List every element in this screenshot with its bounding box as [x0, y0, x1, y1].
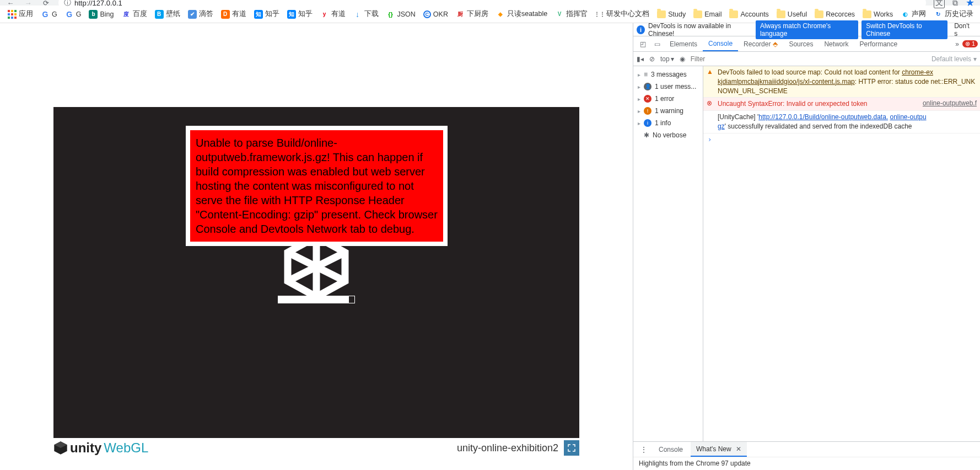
- preview-icon: ⬘: [773, 40, 778, 48]
- devtools-drawer-tabs: ⋮ Console What's New✕: [633, 441, 980, 457]
- docs-icon: ⋮⋮: [595, 10, 604, 19]
- dida-icon: ✔: [188, 10, 197, 19]
- banner-text: DevTools is now available in Chinese!: [648, 22, 752, 38]
- filter-input[interactable]: [691, 55, 926, 63]
- sidebar-user-messages[interactable]: ▸👤1 user mess...: [633, 81, 703, 93]
- bookmark-agora[interactable]: ◐声网: [898, 8, 928, 20]
- unity-footer: unity WebGL unity-online-exhibition2: [53, 438, 579, 458]
- sidebar-verbose[interactable]: ▸✱No verbose: [633, 129, 703, 141]
- bookmark-baidu[interactable]: 度百度: [120, 8, 149, 20]
- bookmark-youdao[interactable]: D有道: [219, 8, 249, 20]
- error-message: Unable to parse Build/online-outputweb.f…: [190, 130, 443, 242]
- console-prompt[interactable]: ›: [703, 133, 980, 146]
- folder-icon: [815, 10, 823, 18]
- bookmark-g[interactable]: GG: [39, 9, 60, 20]
- google-icon: G: [41, 10, 50, 19]
- error-icon: ⊗: [707, 99, 714, 107]
- url-text: http://127.0.0.1: [74, 0, 122, 7]
- baidu-icon: 度: [122, 10, 131, 19]
- json-icon: {}: [386, 10, 395, 19]
- sidebar-info[interactable]: ▸i1 info: [633, 117, 703, 129]
- history-icon: ↻: [934, 10, 943, 19]
- bookmark-folder-useful[interactable]: Useful: [774, 9, 809, 19]
- list-icon: ≡: [644, 71, 648, 78]
- drawer-tab-whatsnew[interactable]: What's New✕: [691, 442, 747, 457]
- warning-icon: ▲: [707, 68, 714, 76]
- error-dialog: Unable to parse Build/online-outputweb.f…: [186, 126, 448, 246]
- google-icon: G: [65, 10, 74, 19]
- tab-elements[interactable]: Elements: [664, 36, 703, 51]
- bookmark-youdao2[interactable]: y有道: [318, 8, 348, 20]
- bookmark-folder-email[interactable]: Email: [691, 9, 724, 19]
- devtools-panel: i DevTools is now available in Chinese! …: [633, 23, 980, 470]
- unity-brand: unity WebGL: [53, 440, 148, 456]
- bookmark-seatable[interactable]: ◆只读seatable: [494, 8, 550, 20]
- bookmark-history[interactable]: ↻历史记录: [931, 8, 976, 20]
- clear-console-icon[interactable]: ⊘: [649, 55, 655, 63]
- bookmark-docs[interactable]: ⋮⋮研发中心文档: [593, 8, 651, 20]
- tab-console[interactable]: Console: [703, 36, 738, 51]
- console-info[interactable]: [UnityCache] 'http://127.0.0.1/Build/onl…: [703, 111, 980, 133]
- error-icon: ✕: [644, 95, 651, 103]
- context-selector[interactable]: top ▾: [660, 55, 674, 63]
- bookmark-zhihu[interactable]: 知知乎: [252, 8, 282, 20]
- error-source-link[interactable]: online-outputweb.f: [923, 99, 977, 107]
- bookmark-folder-works[interactable]: Works: [860, 9, 895, 19]
- tab-network[interactable]: Network: [819, 36, 854, 51]
- user-icon: 👤: [644, 83, 651, 90]
- okr-icon: C: [423, 10, 431, 18]
- tab-sources[interactable]: Sources: [783, 36, 819, 51]
- device-icon[interactable]: ▭: [650, 40, 664, 48]
- drawer-tab-console[interactable]: Console: [653, 442, 688, 457]
- browser-actions: 文 ⧉ ★: [934, 0, 974, 9]
- inspect-icon[interactable]: ◰: [636, 40, 650, 48]
- star-icon[interactable]: ★: [966, 0, 974, 9]
- sidebar-errors[interactable]: ▸✕1 error: [633, 93, 703, 105]
- error-badge[interactable]: ⊗ 1: [962, 40, 978, 47]
- close-icon[interactable]: ✕: [736, 445, 741, 453]
- reload-icon[interactable]: ⟳: [41, 0, 51, 8]
- bookmark-folder-study[interactable]: Study: [655, 9, 688, 19]
- fullscreen-button[interactable]: [564, 440, 579, 456]
- bookmark-zhihu2[interactable]: 知知乎: [285, 8, 315, 20]
- download-icon: ↓: [353, 10, 362, 19]
- seatable-icon: ◆: [496, 10, 505, 19]
- copy-icon[interactable]: ⧉: [952, 0, 958, 8]
- forward-icon: →: [23, 0, 33, 8]
- fullscreen-icon: [568, 444, 575, 452]
- bookmark-dida[interactable]: ✔滴答: [186, 8, 216, 20]
- site-info-icon[interactable]: ⓘ: [64, 0, 71, 8]
- info-icon: i: [637, 25, 645, 34]
- bookmark-g2[interactable]: GG: [63, 9, 84, 20]
- bookmark-okr[interactable]: COKR: [421, 9, 450, 19]
- bookmark-download[interactable]: ↓下载: [351, 8, 381, 20]
- tab-recorder[interactable]: Recorder⬘: [738, 36, 783, 51]
- bookmark-folder-resources[interactable]: Recorces: [812, 9, 857, 19]
- translate-icon[interactable]: 文: [934, 0, 945, 8]
- drawer-menu-icon[interactable]: ⋮: [637, 445, 651, 454]
- bookmark-wallpaper[interactable]: B壁纸: [153, 8, 182, 20]
- folder-icon: [729, 10, 738, 18]
- unity-canvas: Unable to parse Build/online-outputweb.f…: [53, 107, 579, 438]
- kitchen-icon: 厨: [456, 10, 465, 19]
- bookmark-folder-accounts[interactable]: Accounts: [727, 9, 771, 19]
- youdao-icon: y: [320, 10, 329, 19]
- bookmark-kitchen[interactable]: 厨下厨房: [454, 8, 491, 20]
- whats-new-heading: Highlights from the Chrome 97 update: [633, 457, 980, 470]
- eye-icon[interactable]: ◉: [680, 55, 685, 63]
- bookmark-commander[interactable]: V指挥官: [553, 8, 590, 20]
- bookmark-json[interactable]: {}JSON: [384, 9, 418, 20]
- more-tabs-icon[interactable]: »: [955, 40, 959, 48]
- sidebar-messages[interactable]: ▸≡3 messages: [633, 68, 703, 81]
- wallpaper-icon: B: [155, 10, 164, 19]
- sidebar-warnings[interactable]: ▸!1 warning: [633, 105, 703, 117]
- levels-selector[interactable]: Default levels ▾: [931, 55, 977, 63]
- apps-button[interactable]: 应用: [6, 8, 35, 20]
- bookmark-bing[interactable]: bBing: [87, 9, 116, 20]
- sidebar-toggle-icon[interactable]: ▮◂: [637, 55, 644, 63]
- tab-performance[interactable]: Performance: [854, 36, 903, 51]
- back-icon[interactable]: ←: [6, 0, 15, 8]
- folder-icon: [863, 10, 871, 18]
- console-warning[interactable]: ▲ DevTools failed to load source map: Co…: [703, 66, 980, 98]
- console-error[interactable]: ⊗ Uncaught SyntaxError: Invalid or unexp…: [703, 98, 980, 111]
